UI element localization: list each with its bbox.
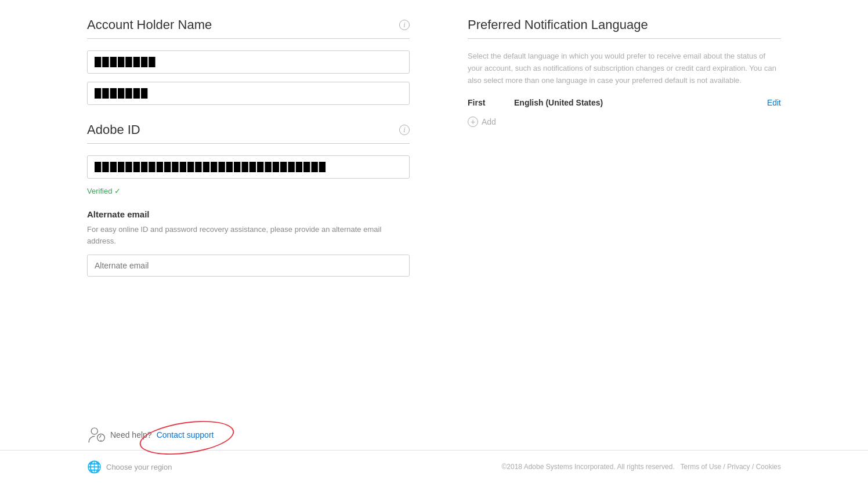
- last-name-field: ███████: [87, 82, 410, 105]
- add-language-button[interactable]: + Add: [468, 117, 496, 127]
- alternate-email-input[interactable]: [87, 255, 410, 277]
- notification-title: Preferred Notification Language: [468, 17, 648, 32]
- account-holder-section-header: Account Holder Name i: [87, 17, 410, 39]
- svg-point-2: [100, 440, 102, 441]
- add-circle-icon: +: [468, 117, 478, 127]
- adobe-id-title: Adobe ID: [87, 122, 140, 137]
- cookies-link[interactable]: Cookies: [756, 463, 781, 471]
- contact-support-link[interactable]: Contact support: [157, 430, 214, 440]
- last-name-input[interactable]: ███████: [87, 82, 410, 105]
- first-name-input[interactable]: ████████: [87, 50, 410, 74]
- edit-language-link[interactable]: Edit: [767, 98, 781, 107]
- privacy-link[interactable]: Privacy: [727, 463, 750, 471]
- page-container: Account Holder Name i ████████ ███████ A…: [0, 0, 868, 483]
- terms-link[interactable]: Terms of Use: [681, 463, 722, 471]
- right-panel: Preferred Notification Language Select t…: [456, 17, 781, 391]
- footer-left: 🌐 Choose your region: [87, 460, 172, 474]
- footer: 🌐 Choose your region ©2018 Adobe Systems…: [0, 450, 868, 483]
- alternate-email-description: For easy online ID and password recovery…: [87, 224, 410, 246]
- account-holder-title: Account Holder Name: [87, 17, 212, 32]
- adobe-id-section-header: Adobe ID i: [87, 122, 410, 144]
- footer-right: ©2018 Adobe Systems Incorporated. All ri…: [501, 463, 781, 471]
- email-input[interactable]: [87, 155, 410, 179]
- verified-badge: Verified ✓: [87, 187, 410, 195]
- adobe-id-info-icon[interactable]: i: [399, 125, 410, 135]
- language-first-value: English (United States): [514, 98, 767, 107]
- left-panel: Account Holder Name i ████████ ███████ A…: [87, 17, 410, 391]
- language-first-label: First: [468, 98, 514, 107]
- notification-description: Select the default language in which you…: [468, 50, 781, 86]
- choose-region-text[interactable]: Choose your region: [106, 463, 172, 471]
- adobe-id-section: Adobe ID i Verified ✓ Alternate email Fo…: [87, 122, 410, 277]
- check-icon: ✓: [114, 187, 121, 195]
- need-help-text: Need help?: [110, 430, 152, 440]
- globe-icon: 🌐: [87, 460, 102, 474]
- email-field: [87, 155, 410, 179]
- copyright-text: ©2018 Adobe Systems Incorporated. All ri…: [501, 463, 674, 471]
- first-name-field: ████████: [87, 50, 410, 74]
- alternate-email-section: Alternate email For easy online ID and p…: [87, 209, 410, 277]
- account-holder-info-icon[interactable]: i: [399, 20, 410, 30]
- alternate-email-field: [87, 255, 410, 277]
- svg-point-0: [91, 428, 97, 434]
- notification-section-header: Preferred Notification Language: [468, 17, 781, 39]
- main-content: Account Holder Name i ████████ ███████ A…: [0, 0, 868, 414]
- support-person-icon: [87, 426, 106, 444]
- support-section: Need help? Contact support: [0, 414, 868, 450]
- add-language-label: Add: [482, 117, 496, 126]
- alternate-email-title: Alternate email: [87, 209, 410, 219]
- verified-text: Verified: [87, 187, 112, 195]
- language-row: First English (United States) Edit: [468, 98, 781, 107]
